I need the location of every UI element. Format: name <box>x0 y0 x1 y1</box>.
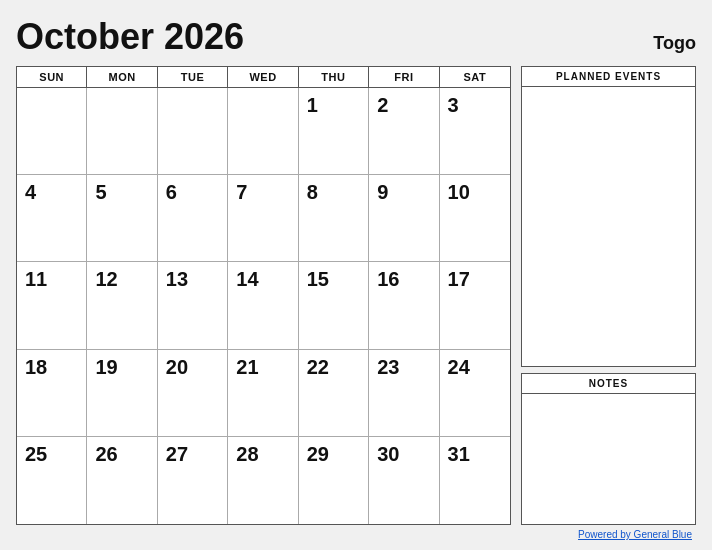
calendar-cell-12: 12 <box>87 262 157 349</box>
day-header-thu: THU <box>299 67 369 87</box>
calendar-cell-26: 26 <box>87 437 157 524</box>
day-header-wed: WED <box>228 67 298 87</box>
calendar-cell-empty-0-3 <box>228 88 298 175</box>
calendar-cell-31: 31 <box>440 437 510 524</box>
calendar-section: SUNMONTUEWEDTHUFRISAT 123456789101112131… <box>16 66 511 525</box>
calendar-cell-20: 20 <box>158 350 228 437</box>
calendar-cell-5: 5 <box>87 175 157 262</box>
day-header-sat: SAT <box>440 67 510 87</box>
calendar-cell-empty-0-1 <box>87 88 157 175</box>
calendar-cell-7: 7 <box>228 175 298 262</box>
calendar-cell-17: 17 <box>440 262 510 349</box>
day-header-mon: MON <box>87 67 157 87</box>
calendar-cell-18: 18 <box>17 350 87 437</box>
calendar-cell-23: 23 <box>369 350 439 437</box>
calendar-cell-9: 9 <box>369 175 439 262</box>
day-header-tue: TUE <box>158 67 228 87</box>
calendar-grid: 1234567891011121314151617181920212223242… <box>17 88 510 524</box>
planned-events-title: PLANNED EVENTS <box>522 67 695 87</box>
country-label: Togo <box>653 33 696 54</box>
powered-by-link[interactable]: Powered by General Blue <box>578 529 692 540</box>
calendar-cell-24: 24 <box>440 350 510 437</box>
planned-events-content <box>522 87 695 366</box>
calendar-cell-10: 10 <box>440 175 510 262</box>
calendar-cell-15: 15 <box>299 262 369 349</box>
calendar-cell-19: 19 <box>87 350 157 437</box>
header: October 2026 Togo <box>16 16 696 58</box>
month-year-title: October 2026 <box>16 16 244 58</box>
calendar-cell-22: 22 <box>299 350 369 437</box>
calendar-cell-empty-0-2 <box>158 88 228 175</box>
planned-events-box: PLANNED EVENTS <box>521 66 696 367</box>
calendar-cell-30: 30 <box>369 437 439 524</box>
calendar-cell-25: 25 <box>17 437 87 524</box>
calendar-cell-3: 3 <box>440 88 510 175</box>
notes-title: NOTES <box>522 374 695 394</box>
page: October 2026 Togo SUNMONTUEWEDTHUFRISAT … <box>0 0 712 550</box>
notes-box: NOTES <box>521 373 696 525</box>
calendar-cell-16: 16 <box>369 262 439 349</box>
calendar-cell-1: 1 <box>299 88 369 175</box>
calendar-cell-28: 28 <box>228 437 298 524</box>
calendar-cell-27: 27 <box>158 437 228 524</box>
calendar-cell-6: 6 <box>158 175 228 262</box>
calendar-cell-21: 21 <box>228 350 298 437</box>
sidebar: PLANNED EVENTS NOTES <box>521 66 696 525</box>
calendar-cell-29: 29 <box>299 437 369 524</box>
calendar-cell-14: 14 <box>228 262 298 349</box>
footer: Powered by General Blue <box>16 529 696 540</box>
calendar-cell-4: 4 <box>17 175 87 262</box>
day-header-sun: SUN <box>17 67 87 87</box>
calendar-cell-11: 11 <box>17 262 87 349</box>
days-header: SUNMONTUEWEDTHUFRISAT <box>17 67 510 88</box>
calendar-cell-13: 13 <box>158 262 228 349</box>
notes-content <box>522 394 695 524</box>
calendar-cell-empty-0-0 <box>17 88 87 175</box>
calendar-cell-2: 2 <box>369 88 439 175</box>
calendar-cell-8: 8 <box>299 175 369 262</box>
main-area: SUNMONTUEWEDTHUFRISAT 123456789101112131… <box>16 66 696 525</box>
day-header-fri: FRI <box>369 67 439 87</box>
